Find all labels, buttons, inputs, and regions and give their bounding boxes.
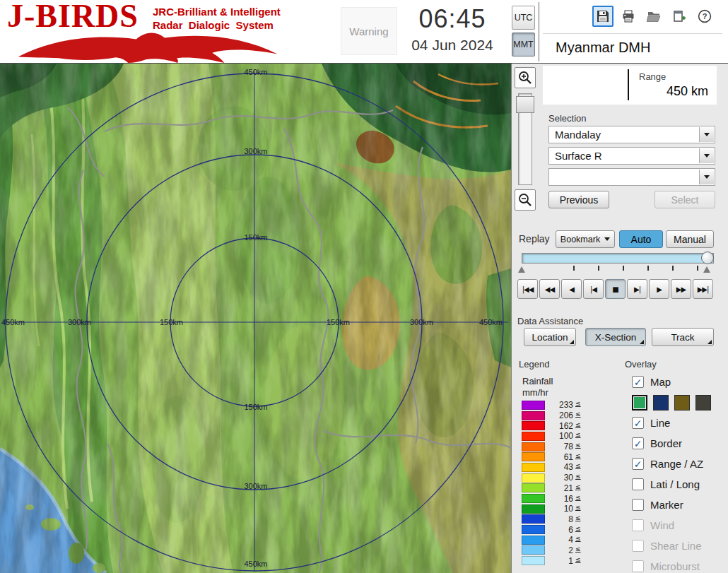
checkbox[interactable] — [632, 519, 644, 531]
product-dropdown-value: Surface R — [549, 148, 715, 164]
legend-threshold-value: 1 — [548, 556, 573, 566]
replay-play-reverse-button[interactable]: ◀ — [561, 279, 582, 299]
legend-color-swatch — [522, 483, 545, 492]
zoom-out-icon — [517, 192, 533, 208]
range-value: 450 km — [667, 84, 708, 99]
chevron-down-icon — [704, 133, 710, 136]
overlay-item-lati-long[interactable]: Lati / Long — [632, 474, 724, 495]
station-title: Myanmar DMH — [556, 40, 650, 56]
legend-color-swatch — [522, 545, 545, 555]
replay-play-button[interactable]: ▶ — [649, 279, 669, 299]
overlay-item-range-az[interactable]: ✓Range / AZ — [632, 454, 724, 474]
legend-section-label: Legend — [519, 359, 549, 370]
radar-map-canvas: 450km 300km 150km 150km 300km 450km 450k… — [0, 64, 511, 573]
overlay-item-line[interactable]: ✓Line — [632, 413, 724, 433]
legend-entry: 1≤ — [522, 555, 581, 566]
replay-fast-forward-button[interactable]: ▶▶ — [671, 279, 691, 299]
site-dropdown[interactable]: Mandalay — [548, 126, 715, 143]
data-assistance-buttons: LocationX-SectionTrack — [524, 328, 714, 346]
new-window-button[interactable] — [669, 6, 690, 27]
radar-map[interactable]: 450km 300km 150km 150km 300km 450km 450k… — [0, 64, 511, 573]
overlay-item-wind: Wind — [632, 515, 724, 536]
legend-entry: 78≤ — [522, 442, 581, 452]
svg-text:?: ? — [703, 12, 708, 20]
legend-color-swatch — [522, 411, 545, 420]
location-button[interactable]: Location — [524, 328, 576, 346]
less-equal-icon: ≤ — [575, 421, 581, 428]
less-equal-icon: ≤ — [575, 400, 581, 407]
bookmark-button[interactable]: Bookmark — [556, 230, 615, 248]
overlay-item-map[interactable]: ✓Map — [632, 372, 724, 392]
legend-entry: 43≤ — [522, 462, 581, 473]
print-icon — [621, 9, 635, 23]
manual-mode-button[interactable]: Manual — [666, 230, 714, 248]
zoom-out-button[interactable] — [515, 189, 536, 211]
dropdown-arrow-button[interactable] — [699, 170, 714, 184]
replay-step-back-button[interactable]: |◀ — [583, 279, 604, 299]
legend-entry: 61≤ — [522, 451, 581, 462]
utc-button[interactable]: UTC — [512, 6, 535, 30]
checkbox[interactable]: ✓ — [632, 437, 644, 449]
checkbox[interactable] — [632, 540, 644, 552]
checkbox[interactable]: ✓ — [632, 417, 644, 429]
auto-mode-button[interactable]: Auto — [619, 230, 663, 248]
replay-timeline-track[interactable] — [522, 253, 714, 264]
dropdown-arrow-button[interactable] — [699, 127, 714, 142]
replay-section-label: Replay — [519, 233, 550, 244]
legend-color-swatch — [522, 442, 545, 451]
replay-jump-end-button[interactable]: ▶▶| — [693, 279, 713, 299]
track-button[interactable]: Track — [652, 328, 714, 346]
legend-entry: 206≤ — [522, 410, 581, 421]
replay-step-forward-button[interactable]: ▶| — [627, 279, 647, 299]
legend-entry: 100≤ — [522, 431, 581, 442]
zoom-in-button[interactable] — [515, 67, 536, 88]
overlay-item-label: Shear Line — [650, 540, 702, 552]
replay-fast-rewind-button[interactable]: ◀◀ — [539, 279, 560, 299]
replay-jump-start-button[interactable]: |◀◀ — [517, 279, 538, 299]
legend-color-swatch — [522, 536, 545, 545]
map-color-swatch-2[interactable] — [674, 395, 690, 410]
replay-stop-button[interactable]: ■ — [605, 279, 626, 299]
legend-threshold-value: 61 — [548, 452, 573, 462]
overlay-item-border[interactable]: ✓Border — [632, 433, 724, 454]
checkbox[interactable]: ✓ — [632, 458, 644, 470]
ring-label: 450km — [244, 560, 267, 568]
map-color-swatch-0[interactable] — [632, 395, 647, 410]
timeline-tick — [573, 266, 575, 271]
mmt-button[interactable]: MMT — [512, 33, 535, 57]
help-button[interactable]: ? — [694, 6, 715, 27]
legend-threshold-value: 206 — [548, 410, 573, 420]
x-section-button[interactable]: X-Section — [585, 328, 646, 346]
select-button[interactable]: Select — [654, 191, 715, 208]
map-color-swatch-1[interactable] — [653, 395, 669, 410]
legend-entry: 21≤ — [522, 483, 581, 494]
print-button[interactable] — [618, 6, 639, 27]
replay-timeline-thumb[interactable] — [701, 252, 714, 264]
extra-dropdown[interactable] — [548, 168, 715, 186]
legend-threshold-value: 4 — [548, 535, 573, 545]
dropdown-arrow-button[interactable] — [699, 148, 714, 163]
less-equal-icon: ≤ — [575, 431, 581, 438]
range-box: Range 450 km — [543, 66, 717, 105]
checkbox[interactable] — [632, 478, 644, 490]
checkbox[interactable]: ✓ — [632, 376, 644, 388]
checkbox[interactable] — [632, 560, 644, 572]
ring-label: 300km — [244, 147, 267, 155]
open-folder-button[interactable] — [643, 6, 664, 27]
legend-color-swatch — [522, 421, 545, 430]
zoom-slider-thumb[interactable] — [516, 96, 534, 113]
legend-color-swatch — [522, 401, 545, 410]
previous-button[interactable]: Previous — [548, 191, 609, 208]
legend-color-swatch — [522, 514, 545, 524]
overlay-item-marker[interactable]: Marker — [632, 495, 724, 515]
product-dropdown[interactable]: Surface R — [548, 147, 715, 165]
chevron-down-icon — [604, 237, 610, 241]
overlay-item-label: Microburst — [650, 560, 700, 572]
checkbox[interactable] — [632, 499, 644, 511]
less-equal-icon: ≤ — [575, 410, 581, 418]
less-equal-icon: ≤ — [575, 494, 581, 501]
map-color-swatch-3[interactable] — [695, 395, 711, 410]
save-button[interactable] — [592, 6, 613, 27]
legend-color-swatch — [522, 525, 545, 534]
overlay-item-microburst: Microburst — [632, 556, 724, 573]
